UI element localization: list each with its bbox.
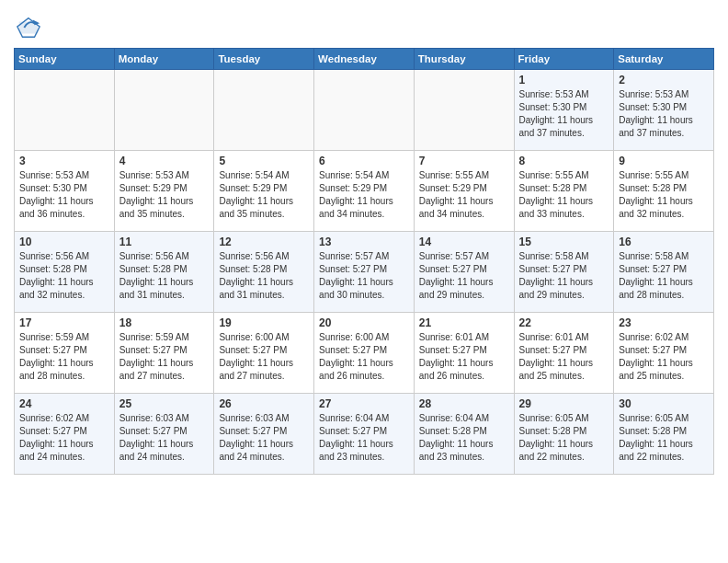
day-number: 7	[419, 155, 509, 167]
calendar-cell	[414, 70, 514, 151]
calendar-cell: 29Sunrise: 6:05 AM Sunset: 5:28 PM Dayli…	[514, 394, 614, 475]
calendar-week-2: 3Sunrise: 5:53 AM Sunset: 5:30 PM Daylig…	[15, 151, 714, 232]
calendar-cell: 2Sunrise: 5:53 AM Sunset: 5:30 PM Daylig…	[614, 70, 714, 151]
day-info: Sunrise: 5:53 AM Sunset: 5:30 PM Dayligh…	[519, 88, 609, 140]
day-number: 16	[619, 236, 709, 248]
day-number: 13	[319, 236, 409, 248]
calendar-table: SundayMondayTuesdayWednesdayThursdayFrid…	[14, 48, 714, 475]
calendar-header: SundayMondayTuesdayWednesdayThursdayFrid…	[15, 49, 714, 70]
calendar-cell: 26Sunrise: 6:03 AM Sunset: 5:27 PM Dayli…	[214, 394, 314, 475]
day-number: 21	[419, 316, 509, 329]
day-number: 28	[419, 397, 509, 410]
calendar-cell	[15, 70, 115, 151]
day-number: 1	[519, 74, 609, 86]
calendar-cell: 13Sunrise: 5:57 AM Sunset: 5:27 PM Dayli…	[314, 232, 415, 313]
calendar-cell: 28Sunrise: 6:04 AM Sunset: 5:28 PM Dayli…	[414, 394, 514, 475]
calendar-cell: 5Sunrise: 5:54 AM Sunset: 5:29 PM Daylig…	[214, 151, 314, 232]
day-number: 24	[19, 397, 109, 410]
calendar-cell: 21Sunrise: 6:01 AM Sunset: 5:27 PM Dayli…	[414, 313, 514, 394]
day-info: Sunrise: 5:58 AM Sunset: 5:27 PM Dayligh…	[619, 250, 709, 302]
day-info: Sunrise: 5:56 AM Sunset: 5:28 PM Dayligh…	[19, 250, 109, 302]
day-info: Sunrise: 6:02 AM Sunset: 5:27 PM Dayligh…	[619, 331, 709, 383]
calendar-cell: 23Sunrise: 6:02 AM Sunset: 5:27 PM Dayli…	[614, 313, 714, 394]
day-info: Sunrise: 5:57 AM Sunset: 5:27 PM Dayligh…	[419, 250, 509, 302]
day-number: 14	[419, 236, 509, 248]
day-info: Sunrise: 6:04 AM Sunset: 5:27 PM Dayligh…	[319, 412, 409, 464]
logo-icon	[16, 15, 41, 40]
weekday-header-thursday: Thursday	[414, 49, 514, 70]
day-info: Sunrise: 5:56 AM Sunset: 5:28 PM Dayligh…	[119, 250, 210, 302]
day-number: 26	[219, 397, 309, 410]
calendar-cell: 16Sunrise: 5:58 AM Sunset: 5:27 PM Dayli…	[614, 232, 714, 313]
day-number: 22	[519, 316, 609, 329]
calendar-cell: 10Sunrise: 5:56 AM Sunset: 5:28 PM Dayli…	[15, 232, 115, 313]
calendar-cell	[314, 70, 415, 151]
weekday-header-sunday: Sunday	[15, 49, 115, 70]
day-info: Sunrise: 6:02 AM Sunset: 5:27 PM Dayligh…	[19, 412, 109, 464]
weekday-header-row: SundayMondayTuesdayWednesdayThursdayFrid…	[15, 49, 714, 70]
day-info: Sunrise: 5:55 AM Sunset: 5:28 PM Dayligh…	[519, 169, 609, 221]
calendar-cell: 15Sunrise: 5:58 AM Sunset: 5:27 PM Dayli…	[514, 232, 614, 313]
day-info: Sunrise: 5:53 AM Sunset: 5:30 PM Dayligh…	[19, 169, 109, 221]
day-info: Sunrise: 5:53 AM Sunset: 5:30 PM Dayligh…	[619, 88, 709, 140]
day-info: Sunrise: 6:05 AM Sunset: 5:28 PM Dayligh…	[619, 412, 709, 464]
calendar-cell	[214, 70, 314, 151]
day-info: Sunrise: 5:59 AM Sunset: 5:27 PM Dayligh…	[119, 331, 210, 383]
calendar-cell: 8Sunrise: 5:55 AM Sunset: 5:28 PM Daylig…	[514, 151, 614, 232]
calendar-cell: 30Sunrise: 6:05 AM Sunset: 5:28 PM Dayli…	[614, 394, 714, 475]
weekday-header-tuesday: Tuesday	[214, 49, 314, 70]
logo-area	[14, 15, 41, 40]
day-number: 6	[319, 155, 409, 167]
day-number: 5	[219, 155, 309, 167]
day-info: Sunrise: 6:00 AM Sunset: 5:27 PM Dayligh…	[219, 331, 309, 383]
day-info: Sunrise: 5:53 AM Sunset: 5:29 PM Dayligh…	[119, 169, 210, 221]
header	[14, 9, 714, 40]
day-number: 8	[519, 155, 609, 167]
calendar-week-1: 1Sunrise: 5:53 AM Sunset: 5:30 PM Daylig…	[15, 70, 714, 151]
weekday-header-wednesday: Wednesday	[314, 49, 415, 70]
calendar-cell: 20Sunrise: 6:00 AM Sunset: 5:27 PM Dayli…	[314, 313, 415, 394]
day-info: Sunrise: 6:03 AM Sunset: 5:27 PM Dayligh…	[119, 412, 210, 464]
day-number: 3	[19, 155, 109, 167]
calendar-cell: 17Sunrise: 5:59 AM Sunset: 5:27 PM Dayli…	[15, 313, 115, 394]
day-info: Sunrise: 5:57 AM Sunset: 5:27 PM Dayligh…	[319, 250, 409, 302]
calendar-cell: 6Sunrise: 5:54 AM Sunset: 5:29 PM Daylig…	[314, 151, 415, 232]
calendar-cell: 11Sunrise: 5:56 AM Sunset: 5:28 PM Dayli…	[114, 232, 214, 313]
day-info: Sunrise: 6:05 AM Sunset: 5:28 PM Dayligh…	[519, 412, 609, 464]
calendar-cell: 19Sunrise: 6:00 AM Sunset: 5:27 PM Dayli…	[214, 313, 314, 394]
day-number: 23	[619, 316, 709, 329]
day-number: 15	[519, 236, 609, 248]
day-number: 18	[119, 316, 210, 329]
weekday-header-friday: Friday	[514, 49, 614, 70]
day-number: 2	[619, 74, 709, 86]
calendar-cell: 14Sunrise: 5:57 AM Sunset: 5:27 PM Dayli…	[414, 232, 514, 313]
calendar-cell: 4Sunrise: 5:53 AM Sunset: 5:29 PM Daylig…	[114, 151, 214, 232]
day-number: 10	[19, 236, 109, 248]
calendar-cell: 25Sunrise: 6:03 AM Sunset: 5:27 PM Dayli…	[114, 394, 214, 475]
day-number: 19	[219, 316, 309, 329]
calendar-cell: 3Sunrise: 5:53 AM Sunset: 5:30 PM Daylig…	[15, 151, 115, 232]
calendar-cell: 1Sunrise: 5:53 AM Sunset: 5:30 PM Daylig…	[514, 70, 614, 151]
calendar-week-4: 17Sunrise: 5:59 AM Sunset: 5:27 PM Dayli…	[15, 313, 714, 394]
calendar-cell: 24Sunrise: 6:02 AM Sunset: 5:27 PM Dayli…	[15, 394, 115, 475]
calendar-cell: 27Sunrise: 6:04 AM Sunset: 5:27 PM Dayli…	[314, 394, 415, 475]
calendar-body: 1Sunrise: 5:53 AM Sunset: 5:30 PM Daylig…	[15, 70, 714, 475]
day-number: 29	[519, 397, 609, 410]
day-info: Sunrise: 6:04 AM Sunset: 5:28 PM Dayligh…	[419, 412, 509, 464]
day-info: Sunrise: 5:55 AM Sunset: 5:29 PM Dayligh…	[419, 169, 509, 221]
calendar-week-3: 10Sunrise: 5:56 AM Sunset: 5:28 PM Dayli…	[15, 232, 714, 313]
weekday-header-saturday: Saturday	[614, 49, 714, 70]
calendar-cell: 18Sunrise: 5:59 AM Sunset: 5:27 PM Dayli…	[114, 313, 214, 394]
day-number: 12	[219, 236, 309, 248]
day-number: 25	[119, 397, 210, 410]
day-number: 20	[319, 316, 409, 329]
calendar-week-5: 24Sunrise: 6:02 AM Sunset: 5:27 PM Dayli…	[15, 394, 714, 475]
day-number: 30	[619, 397, 709, 410]
day-info: Sunrise: 5:55 AM Sunset: 5:28 PM Dayligh…	[619, 169, 709, 221]
day-number: 27	[319, 397, 409, 410]
day-info: Sunrise: 6:00 AM Sunset: 5:27 PM Dayligh…	[319, 331, 409, 383]
day-info: Sunrise: 5:56 AM Sunset: 5:28 PM Dayligh…	[219, 250, 309, 302]
weekday-header-monday: Monday	[114, 49, 214, 70]
calendar-cell	[114, 70, 214, 151]
day-info: Sunrise: 5:54 AM Sunset: 5:29 PM Dayligh…	[219, 169, 309, 221]
